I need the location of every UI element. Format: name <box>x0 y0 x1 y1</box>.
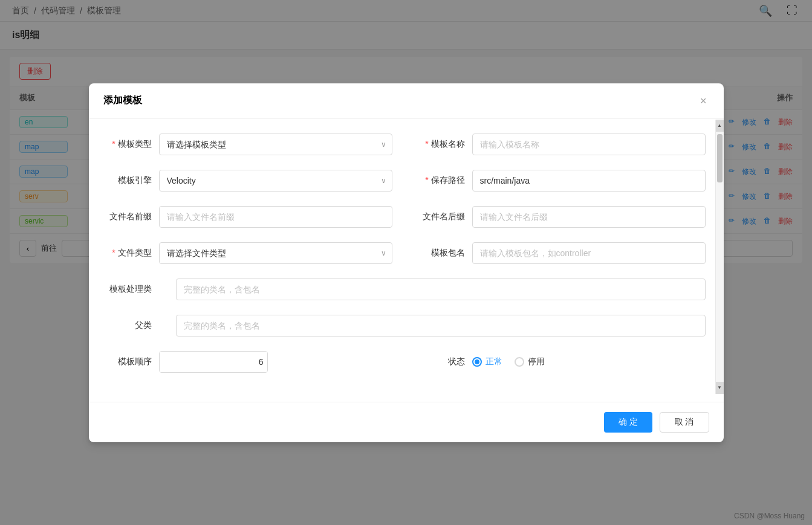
parent-class-label: 父类 <box>103 320 152 331</box>
file-suffix-label: 文件名后缀 <box>417 211 465 222</box>
form-item-file-type: 文件类型 请选择文件类型 ∨ <box>103 242 392 264</box>
template-name-input[interactable] <box>472 134 706 155</box>
modal-footer: 确 定 取 消 <box>89 402 724 442</box>
template-pkg-input[interactable] <box>472 242 706 264</box>
parent-class-input[interactable] <box>176 315 706 337</box>
file-prefix-label: 文件名前缀 <box>103 211 152 222</box>
template-type-select-wrapper: 请选择模板类型 ∨ <box>159 134 392 155</box>
template-type-select[interactable]: 请选择模板类型 <box>159 134 392 155</box>
form-item-template-name: 模板名称 <box>417 134 706 155</box>
form-item-file-prefix: 文件名前缀 <box>103 206 392 228</box>
template-order-spinner: ▲ ▼ <box>159 351 268 373</box>
file-type-label: 文件类型 <box>103 248 152 259</box>
modal-scrollbar: ▲ ▼ <box>715 120 724 394</box>
modal-overlay: 添加模板 × 模板类型 请选择模板类型 ∨ 模板名称 <box>0 0 812 525</box>
form-row-6: 父类 <box>103 315 706 337</box>
radio-disabled[interactable]: 停用 <box>515 356 545 367</box>
form-item-template-engine: 模板引擎 Velocity FreeMarker ∨ <box>103 170 392 192</box>
file-type-select-wrapper: 请选择文件类型 ∨ <box>159 242 392 264</box>
radio-normal-label: 正常 <box>486 356 502 367</box>
modal-header: 添加模板 × <box>89 83 724 119</box>
close-button[interactable]: × <box>698 93 709 109</box>
form-item-template-pkg: 模板包名 <box>417 242 706 264</box>
radio-disabled-circle <box>515 357 524 367</box>
template-engine-select[interactable]: Velocity FreeMarker <box>159 170 392 192</box>
form-row-4: 文件类型 请选择文件类型 ∨ 模板包名 <box>103 242 706 264</box>
radio-normal-dot <box>475 359 479 364</box>
form-label-wrapper-handler: 模板处理类 <box>103 284 152 295</box>
form-row-7: 模板顺序 ▲ ▼ 状态 <box>103 351 706 373</box>
template-name-label: 模板名称 <box>417 139 465 150</box>
template-order-input[interactable] <box>160 352 268 372</box>
radio-normal-circle <box>472 357 482 367</box>
save-path-input[interactable] <box>472 170 706 192</box>
file-prefix-input[interactable] <box>159 206 392 228</box>
modal-title: 添加模板 <box>103 94 142 107</box>
modal-dialog: 添加模板 × 模板类型 请选择模板类型 ∨ 模板名称 <box>89 83 724 442</box>
modal-body[interactable]: 模板类型 请选择模板类型 ∨ 模板名称 模板引擎 <box>89 119 724 402</box>
status-label: 状态 <box>417 356 465 367</box>
form-label-wrapper-parent: 父类 <box>103 320 152 331</box>
template-engine-label: 模板引擎 <box>103 175 152 186</box>
scrollbar-thumb <box>717 134 723 182</box>
template-handler-input[interactable] <box>176 279 706 300</box>
file-type-select[interactable]: 请选择文件类型 <box>159 242 392 264</box>
template-type-label: 模板类型 <box>103 139 152 150</box>
status-radio-group: 正常 停用 <box>472 356 545 367</box>
form-item-template-order: 模板顺序 ▲ ▼ <box>103 351 392 373</box>
scrollbar-down-button[interactable]: ▼ <box>716 382 724 394</box>
form-item-file-suffix: 文件名后缀 <box>417 206 706 228</box>
cancel-button[interactable]: 取 消 <box>660 412 709 433</box>
form-row-2: 模板引擎 Velocity FreeMarker ∨ 保存路径 <box>103 170 706 192</box>
form-item-save-path: 保存路径 <box>417 170 706 192</box>
form-row-5: 模板处理类 <box>103 279 706 300</box>
scrollbar-up-button[interactable]: ▲ <box>716 120 724 132</box>
form-item-template-type: 模板类型 请选择模板类型 ∨ <box>103 134 392 155</box>
radio-disabled-label: 停用 <box>528 356 545 367</box>
form-item-status: 状态 正常 停用 <box>417 356 706 367</box>
confirm-button[interactable]: 确 定 <box>604 412 652 433</box>
template-pkg-label: 模板包名 <box>417 248 465 259</box>
form-row-3: 文件名前缀 文件名后缀 <box>103 206 706 228</box>
scrollbar-track <box>716 132 724 382</box>
radio-normal[interactable]: 正常 <box>472 356 502 367</box>
template-engine-select-wrapper: Velocity FreeMarker ∨ <box>159 170 392 192</box>
file-suffix-input[interactable] <box>472 206 706 228</box>
form-row-1: 模板类型 请选择模板类型 ∨ 模板名称 <box>103 134 706 155</box>
template-handler-label: 模板处理类 <box>103 284 152 295</box>
save-path-label: 保存路径 <box>417 175 465 186</box>
template-order-label: 模板顺序 <box>103 356 152 367</box>
